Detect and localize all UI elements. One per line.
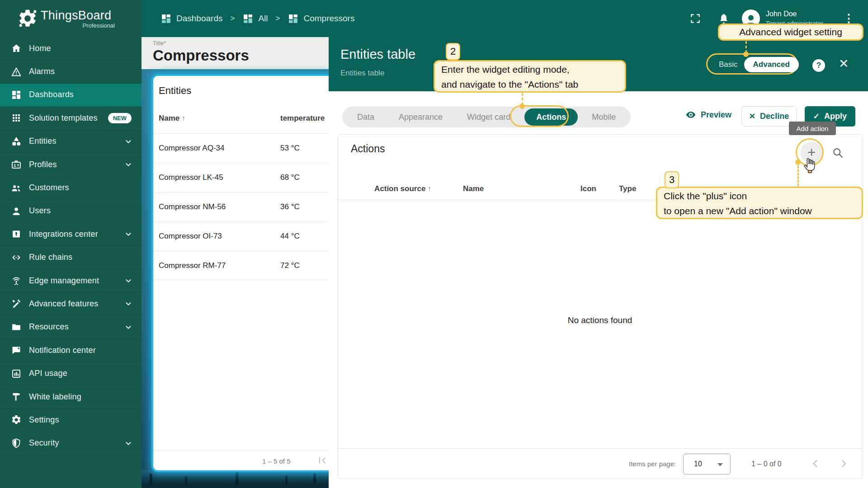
entities-table-widget[interactable]: Entities Name ↑ temperature Compressor A… [153, 76, 329, 470]
close-editor-icon[interactable]: ✕ [839, 56, 849, 71]
dashboard-canvas: Entities Name ↑ temperature Compressor A… [142, 69, 329, 488]
breadcrumb-dashboards[interactable]: Dashboards [160, 13, 222, 24]
hand-cursor-icon [803, 156, 818, 174]
items-per-page-select[interactable]: 10 [683, 454, 731, 474]
sidebar-item-label: Resources [29, 322, 123, 332]
sidebar-item-label: Advanced features [29, 299, 123, 309]
table-row[interactable]: Compressor LK-45 68 °C [153, 163, 329, 192]
breadcrumb-all[interactable]: All [242, 13, 268, 24]
sidebar-item-api-usage[interactable]: API usage [0, 362, 142, 385]
sidebar-item-security[interactable]: Security [0, 432, 142, 455]
table-row[interactable]: Compressor RM-77 72 °C [153, 251, 329, 280]
chevron-down-icon [123, 322, 133, 332]
brand-logo[interactable]: ThingsBoard Professional [0, 0, 142, 37]
widget-editor-subtitle: Entities table [340, 69, 384, 78]
tab-data[interactable]: Data [345, 113, 387, 122]
temperature-cell: 72 °C [280, 261, 300, 270]
chevron-down-icon [123, 229, 133, 239]
connector-dot [519, 103, 525, 109]
items-per-page-value: 10 [694, 460, 702, 468]
message-icon [11, 345, 22, 356]
items-per-page-label: Items per page: [629, 460, 676, 468]
dashboard-background-photo [142, 470, 329, 488]
paint-roller-icon [11, 391, 22, 402]
sidebar-item-label: Notification center [29, 346, 133, 355]
eye-icon [685, 109, 696, 120]
help-button[interactable]: ? [812, 59, 825, 72]
more-menu-icon[interactable]: ⋮ [843, 11, 854, 25]
sidebar-item-resources[interactable]: Resources [0, 316, 142, 339]
people-icon [11, 183, 22, 193]
tab-mobile[interactable]: Mobile [580, 113, 628, 122]
sidebar-item-edge-management[interactable]: Edge management [0, 269, 142, 292]
mode-basic-option[interactable]: Basic [712, 60, 744, 69]
sidebar-item-label: Integrations center [29, 230, 123, 239]
tab-appearance[interactable]: Appearance [387, 113, 455, 122]
mode-advanced-option[interactable]: Advanced [744, 57, 799, 72]
previous-page-icon[interactable] [809, 458, 821, 469]
decline-button[interactable]: ✕ Decline [741, 106, 797, 127]
dashboard-title-field[interactable]: Title* Compressors [142, 37, 329, 69]
sidebar-item-profiles[interactable]: Profiles [0, 153, 142, 176]
column-header-icon[interactable]: Icon [580, 184, 596, 193]
dashboard-icon [242, 13, 254, 24]
gear-icon [11, 414, 22, 425]
brand-name: ThingsBoard [41, 9, 115, 23]
sidebar-item-customers[interactable]: Customers [0, 176, 142, 199]
dashboard-icon [288, 13, 299, 24]
search-icon[interactable] [831, 146, 844, 159]
step-3-number: 3 [665, 171, 679, 188]
sidebar-item-home[interactable]: Home [0, 37, 142, 60]
person-icon [11, 206, 22, 216]
table-row[interactable]: Compressor OI-73 44 °C [153, 221, 329, 251]
column-header-action-source[interactable]: Action source ↑ [374, 184, 431, 193]
next-page-icon[interactable] [838, 458, 850, 469]
sidebar-item-label: Alarms [29, 67, 133, 76]
fullscreen-icon[interactable] [689, 13, 701, 24]
table-row[interactable]: Compressor NM-56 36 °C [153, 192, 329, 221]
entity-name-cell: Compressor RM-77 [159, 261, 226, 270]
callout-step-3: Click the "plus" icon to open a new "Add… [656, 187, 863, 219]
column-header-type[interactable]: Type [619, 184, 636, 193]
sidebar-item-dashboards[interactable]: Dashboards [0, 84, 142, 107]
table-row[interactable]: Compressor AQ-34 53 °C [153, 133, 329, 163]
notifications-bell-icon[interactable] [718, 13, 730, 24]
actions-heading: Actions [351, 143, 385, 155]
sidebar-item-white-labeling[interactable]: White labeling [0, 385, 142, 408]
title-field-label: Title* [153, 40, 329, 47]
sidebar-item-integrations-center[interactable]: Integrations center [0, 223, 142, 246]
sidebar-item-entities[interactable]: Entities [0, 130, 142, 153]
integration-icon [11, 229, 22, 239]
column-header-name[interactable]: Name ↑ [159, 114, 185, 123]
sidebar-item-advanced-features[interactable]: Advanced features [0, 292, 142, 315]
entities-icon [11, 136, 22, 147]
callout-text-line-1: Click the "plus" icon [657, 189, 862, 204]
first-page-icon[interactable] [316, 455, 328, 466]
sidebar-item-rule-chains[interactable]: Rule chains [0, 246, 142, 269]
sidebar-item-label: Home [29, 44, 133, 53]
sidebar-item-solution-templates[interactable]: Solution templates NEW [0, 107, 142, 130]
sidebar-menu: Home Alarms Dashboards Solution template… [0, 37, 142, 455]
home-icon [11, 43, 22, 54]
entity-name-cell: Compressor AQ-34 [159, 144, 225, 153]
dashboard-edit-panel: Title* Compressors Entities Name ↑ tempe… [142, 37, 329, 488]
entity-name-cell: Compressor OI-73 [159, 232, 222, 241]
dropdown-arrow-icon [717, 463, 723, 466]
sidebar-item-label: Customers [29, 183, 133, 192]
sidebar-item-notification-center[interactable]: Notification center [0, 339, 142, 362]
sidebar-item-alarms[interactable]: Alarms [0, 60, 142, 83]
temperature-cell: 36 °C [280, 202, 300, 211]
preview-button[interactable]: Preview [685, 109, 731, 120]
breadcrumb: Dashboards > All > Compressors [160, 0, 354, 37]
mode-toggle[interactable]: Basic Advanced [712, 57, 799, 72]
sidebar-item-users[interactable]: Users [0, 200, 142, 223]
sidebar: ThingsBoard Professional Home Alarms Das… [0, 0, 142, 488]
close-icon: ✕ [749, 112, 755, 121]
column-header-temperature[interactable]: temperature [280, 114, 325, 123]
entity-name-cell: Compressor NM-56 [159, 202, 226, 211]
sidebar-item-label: Users [29, 206, 133, 216]
breadcrumb-compressors[interactable]: Compressors [288, 13, 354, 24]
column-header-name[interactable]: Name [463, 184, 484, 193]
pagination-range: 1 – 5 of 5 [262, 457, 291, 465]
sidebar-item-settings[interactable]: Settings [0, 408, 142, 432]
